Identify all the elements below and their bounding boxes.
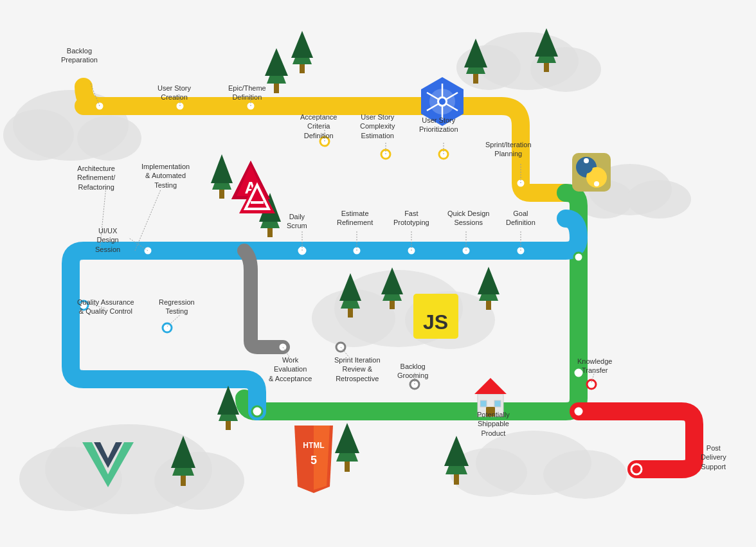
svg-point-19: [631, 464, 642, 474]
label-backlog-prep: Backlog Preparation: [61, 46, 98, 65]
svg-rect-75: [345, 462, 350, 472]
svg-rect-117: [494, 400, 501, 407]
svg-rect-57: [219, 190, 224, 199]
main-diagram: A JS 5: [0, 0, 756, 547]
svg-rect-54: [544, 63, 549, 72]
label-work-evaluation: Work Evaluation & Acceptance: [269, 355, 312, 383]
svg-rect-51: [473, 74, 478, 84]
svg-rect-63: [348, 309, 353, 318]
svg-point-2: [3, 109, 74, 161]
label-ui-ux: UI/UX Design Session: [95, 226, 120, 254]
label-architecture-refinement: Architecture Refinement/ Refactoring: [77, 164, 115, 192]
svg-text:HTML: HTML: [303, 441, 324, 450]
svg-point-35: [574, 253, 583, 262]
label-post-delivery: Post Delivery Support: [701, 444, 726, 471]
svg-rect-45: [274, 84, 279, 93]
svg-text:JS: JS: [423, 310, 448, 334]
label-goal-definition: Goal Definition: [506, 209, 536, 228]
svg-point-12: [154, 452, 244, 510]
svg-rect-72: [181, 476, 186, 486]
svg-point-9: [627, 180, 691, 219]
svg-rect-48: [300, 64, 305, 73]
label-user-story-prioritization: User Story Prioritization: [419, 116, 458, 134]
svg-point-42: [587, 380, 596, 389]
label-sprint-iteration: Sprint Iteration Review & Retrospective: [334, 355, 381, 383]
label-quick-design: Quick Design Sessions: [447, 209, 489, 228]
label-fast-prototyping: Fast Prototyping: [393, 209, 429, 228]
svg-rect-78: [454, 474, 459, 485]
svg-rect-81: [226, 421, 231, 430]
label-backlog-grooming: Backlog Grooming: [397, 362, 428, 381]
label-acceptance-criteria: Acceptance Criteria Definition: [300, 112, 337, 140]
svg-rect-66: [390, 301, 395, 309]
svg-text:5: 5: [310, 454, 317, 467]
svg-rect-69: [486, 301, 491, 310]
svg-point-96: [439, 98, 446, 105]
label-user-story-complexity: User Story Complexity Estimation: [360, 112, 395, 140]
svg-point-37: [252, 406, 262, 417]
label-regression: Regression Testing: [159, 298, 195, 316]
label-sprint-planning: Sprint/Iteration Planning: [485, 140, 532, 159]
svg-point-18: [543, 450, 627, 499]
label-potentially-shippable: Potentially Shippable Product: [477, 410, 510, 438]
label-epic-theme: Epic/Theme Definition: [228, 84, 266, 102]
label-user-story-creation: User Story Creation: [158, 84, 191, 102]
svg-rect-60: [267, 228, 273, 237]
svg-point-104: [594, 181, 599, 186]
svg-rect-116: [480, 400, 487, 407]
svg-point-41: [573, 406, 584, 417]
label-implementation-automated: Implementation & Automated Testing: [141, 162, 190, 190]
svg-point-103: [584, 158, 589, 163]
label-knowledge-transfer: Knowledge Transfer: [577, 357, 612, 375]
label-estimate-refinement: Estimate Refinement: [337, 209, 373, 228]
label-daily-scrum: Daily Scrum: [287, 212, 307, 231]
svg-point-3: [77, 116, 141, 161]
svg-point-34: [163, 323, 172, 332]
label-qa-qc: Quality Assurance & Quality Control: [77, 298, 134, 316]
